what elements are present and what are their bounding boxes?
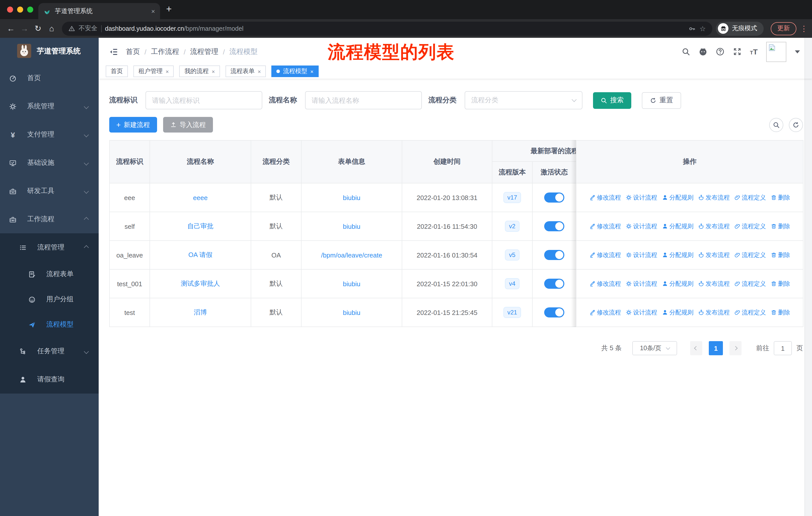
action-clip-link[interactable]: 流程定义	[734, 193, 766, 202]
action-trash-link[interactable]: 删除	[771, 279, 790, 288]
tab-close-icon[interactable]: ×	[310, 68, 314, 74]
process-name-link[interactable]: 测试多审批人	[181, 280, 220, 287]
create-process-button[interactable]: + 新建流程	[109, 117, 157, 133]
action-trash-link[interactable]: 删除	[771, 222, 790, 230]
sidebar-subitem-3[interactable]: 流程模型	[0, 312, 99, 337]
sidebar-subitem-2[interactable]: 用户分组	[0, 287, 99, 312]
active-toggle[interactable]	[544, 192, 564, 202]
sidebar-subitem-5[interactable]: 请假查询	[0, 365, 99, 393]
action-person-link[interactable]: 分配规则	[662, 279, 693, 288]
sidebar-subitem-1[interactable]: 流程表单	[0, 262, 99, 287]
form-info-link[interactable]: /bpm/oa/leave/create	[321, 251, 382, 259]
goto-page-input[interactable]	[774, 341, 792, 355]
collapse-sidebar-icon[interactable]	[109, 47, 118, 56]
action-clip-link[interactable]: 流程定义	[734, 308, 766, 317]
process-name-link[interactable]: 自己审批	[187, 222, 213, 230]
tab-close-icon[interactable]: ×	[151, 7, 155, 15]
tab-0[interactable]: 首页	[106, 65, 128, 77]
sidebar-item-2[interactable]: ¥支付管理	[0, 120, 99, 148]
active-toggle[interactable]	[544, 279, 564, 289]
sidebar-item-5[interactable]: 工作流程	[0, 205, 99, 233]
reset-button[interactable]: 重置	[642, 92, 681, 109]
action-trash-link[interactable]: 删除	[771, 193, 790, 202]
action-trash-link[interactable]: 删除	[771, 251, 790, 259]
action-cog-link[interactable]: 设计流程	[626, 222, 657, 230]
action-pencil-link[interactable]: 修改流程	[589, 193, 621, 202]
tab-3[interactable]: 流程表单×	[226, 65, 266, 77]
search-button[interactable]: 搜索	[593, 92, 631, 109]
process-key-input[interactable]	[145, 91, 262, 109]
action-pencil-link[interactable]: 修改流程	[589, 308, 621, 317]
action-clip-link[interactable]: 流程定义	[734, 251, 766, 259]
action-person-link[interactable]: 分配规则	[662, 193, 693, 202]
action-pencil-link[interactable]: 修改流程	[589, 222, 621, 230]
action-trash-link[interactable]: 删除	[771, 308, 790, 317]
fullscreen-icon[interactable]	[733, 47, 741, 56]
form-info-link[interactable]: biubiu	[343, 222, 360, 230]
sidebar-subitem-4[interactable]: 任务管理	[0, 337, 99, 365]
sidebar-subitem-0[interactable]: 流程管理	[0, 233, 99, 262]
form-info-link[interactable]: biubiu	[343, 194, 360, 201]
forward-icon[interactable]: →	[18, 24, 31, 33]
page-size-select[interactable]: 10条/页	[632, 341, 677, 355]
sidebar-item-1[interactable]: 系统管理	[0, 92, 99, 120]
tab-2[interactable]: 我的流程×	[179, 65, 220, 77]
window-controls[interactable]	[7, 6, 33, 12]
action-pencil-link[interactable]: 修改流程	[589, 251, 621, 259]
refresh-table-button[interactable]	[789, 118, 803, 132]
help-icon[interactable]	[716, 47, 724, 56]
reload-icon[interactable]: ↻	[31, 24, 45, 33]
new-tab-button[interactable]: +	[166, 3, 172, 15]
sidebar-item-3[interactable]: 基础设施	[0, 148, 99, 177]
tab-close-icon[interactable]: ×	[212, 68, 215, 74]
action-hand-link[interactable]: 发布流程	[698, 193, 730, 202]
active-toggle[interactable]	[544, 250, 564, 260]
breadcrumb-item[interactable]: 流程管理	[190, 47, 219, 56]
action-hand-link[interactable]: 发布流程	[698, 251, 730, 259]
maximize-window-button[interactable]	[27, 6, 33, 12]
action-cog-link[interactable]: 设计流程	[626, 308, 657, 317]
action-cog-link[interactable]: 设计流程	[626, 251, 657, 259]
chevron-down-icon[interactable]	[795, 50, 800, 53]
action-person-link[interactable]: 分配规则	[662, 222, 693, 230]
minimize-window-button[interactable]	[17, 6, 23, 12]
breadcrumb-item[interactable]: 工作流程	[151, 47, 179, 56]
action-clip-link[interactable]: 流程定义	[734, 279, 766, 288]
action-hand-link[interactable]: 发布流程	[698, 279, 730, 288]
tab-1[interactable]: 租户管理×	[134, 65, 174, 77]
action-pencil-link[interactable]: 修改流程	[589, 279, 621, 288]
current-page-button[interactable]: 1	[709, 341, 723, 355]
category-select[interactable]: 流程分类	[465, 91, 582, 109]
toggle-search-button[interactable]	[769, 118, 783, 132]
sidebar-item-4[interactable]: 研发工具	[0, 177, 99, 205]
action-person-link[interactable]: 分配规则	[662, 251, 693, 259]
next-page-button[interactable]	[729, 341, 742, 355]
bookmark-star-icon[interactable]: ☆	[699, 24, 706, 32]
form-info-link[interactable]: biubiu	[343, 280, 360, 288]
process-name-link[interactable]: OA 请假	[188, 251, 212, 259]
action-cog-link[interactable]: 设计流程	[626, 279, 657, 288]
form-info-link[interactable]: biubiu	[343, 309, 360, 316]
breadcrumb-item[interactable]: 首页	[126, 47, 140, 56]
process-name-link[interactable]: eeee	[193, 194, 208, 201]
active-toggle[interactable]	[544, 221, 564, 231]
action-hand-link[interactable]: 发布流程	[698, 308, 730, 317]
browser-tab[interactable]: 芋道管理系统 ×	[38, 3, 160, 19]
home-icon[interactable]: ⌂	[45, 24, 58, 33]
action-cog-link[interactable]: 设计流程	[626, 193, 657, 202]
tab-4[interactable]: 流程模型×	[271, 65, 319, 77]
address-bar[interactable]: 不安全 dashboard.yudao.iocoder.cn/bpm/manag…	[62, 21, 712, 35]
github-icon[interactable]	[698, 47, 707, 56]
action-hand-link[interactable]: 发布流程	[698, 222, 730, 230]
back-icon[interactable]: ←	[4, 24, 18, 33]
process-name-input[interactable]	[305, 91, 422, 109]
scrollbar-gutter[interactable]	[805, 38, 812, 516]
browser-menu-icon[interactable]: ⋮	[800, 24, 808, 33]
key-icon[interactable]	[689, 25, 696, 32]
close-window-button[interactable]	[7, 6, 13, 12]
tab-close-icon[interactable]: ×	[258, 68, 261, 74]
import-process-button[interactable]: 导入流程	[163, 117, 213, 133]
avatar[interactable]	[766, 42, 786, 62]
update-button[interactable]: 更新	[771, 22, 796, 35]
action-person-link[interactable]: 分配规则	[662, 308, 693, 317]
